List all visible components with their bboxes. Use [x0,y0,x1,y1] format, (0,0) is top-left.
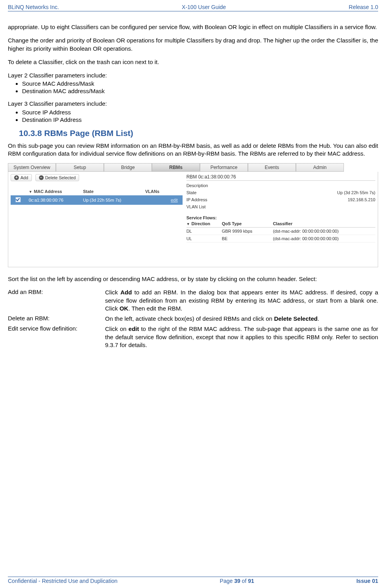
def-term: Delete an RBM: [8,315,105,323]
kv-value: Up (3d 22h 55m 7s) [337,190,375,195]
cell-state: Up (3d 22h 55m 7s) [81,198,144,202]
embedded-screenshot: System Overview Setup Bridge RBMs Perfor… [8,163,378,267]
kv-key: State [187,190,197,195]
sort-desc-icon: ▼ [29,190,32,194]
def-body: Click on edit to the right of the RBM MA… [105,325,378,349]
header-left: BLiNQ Networks Inc. [8,4,59,10]
page-header: BLiNQ Networks Inc. X-100 User Guide Rel… [8,4,378,11]
column-headers: ▼MAC Address State VLANs [11,189,183,194]
list-item: Destination IP Address [22,116,378,123]
body-paragraph: To delete a Classifier, click on the tra… [8,58,378,66]
list-item: Destination MAC address/Mask [22,88,378,94]
edit-link[interactable]: edit [171,198,178,202]
add-button[interactable]: + Add [11,174,32,181]
section-heading: 10.3.8 RBMs Page (RBM List) [19,129,378,138]
tab-rbms[interactable]: RBMs [152,163,200,172]
tab-events[interactable]: Events [248,163,296,172]
def-body: On the left, activate check box(es) of d… [105,315,378,323]
plus-icon: + [14,175,19,180]
sf-col-classifier[interactable]: Classifier [273,221,375,226]
header-right: Release 1.0 [349,4,378,10]
add-button-label: Add [20,175,28,180]
col-mac[interactable]: ▼MAC Address [27,189,81,194]
list-item: Source IP Address [22,109,378,116]
page-footer: Confidential - Restricted Use and Duplic… [8,577,378,584]
table-row: UL BE (dst-mac-addr: 00:00:00:00:00:00) [187,235,375,243]
def-term: Add an RBM: [8,288,105,312]
list-item: Source MAC Address/Mask [22,80,378,87]
def-term: Edit service flow definition: [8,325,105,349]
kv-value: 192.168.5.210 [348,197,375,202]
tab-admin[interactable]: Admin [296,163,344,172]
nav-tabs: System Overview Setup Bridge RBMs Perfor… [8,163,378,172]
sf-cell-qos: BE [222,236,273,241]
tab-performance[interactable]: Performance [200,163,248,172]
sf-cell-dir: DL [187,229,222,233]
header-center: X-100 User Guide [182,4,226,10]
table-row[interactable]: 0c:a1:38:00:00:76 Up (3d 22h 55m 7s) edi… [11,195,183,205]
body-paragraph: appropriate. Up to eight Classifiers can… [8,23,378,31]
sf-col-qos[interactable]: QoS Type [222,221,273,226]
table-row: DL GBR 9999 kbps (dst-mac-addr: 00:00:00… [187,228,375,235]
sf-cell-dir: UL [187,236,222,241]
row-checkbox[interactable] [15,197,21,202]
footer-center: Page 39 of 91 [220,578,254,584]
tab-bridge[interactable]: Bridge [104,163,152,172]
minus-icon: − [39,175,44,180]
body-paragraph: Change the order and priority of Boolean… [8,37,378,53]
list-intro: Layer 3 Classifier parameters include: [8,100,378,108]
bullet-list: Source MAC Address/Mask Destination MAC … [22,80,378,94]
sort-desc-icon: ▼ [187,222,190,226]
sf-col-direction[interactable]: ▼Direction [187,221,222,226]
sf-cell-cls: (dst-mac-addr: 00:00:00:00:00:00) [273,236,375,241]
footer-right: Issue 01 [356,578,378,584]
service-flows-table: ▼Direction QoS Type Classifier DL GBR 99… [187,220,375,243]
kv-key: IP Address [187,197,207,202]
sf-cell-cls: (dst-mac-addr: 00:00:00:00:00:00) [273,229,375,233]
service-flows-heading: Service Flows: [187,215,375,220]
delete-selected-button[interactable]: − Delete Selected [35,174,79,181]
bullet-list: Source IP Address Destination IP Address [22,109,378,123]
col-vlans[interactable]: VLANs [144,189,183,194]
detail-panel-title: RBM 0c:a1:38:00:00:76 [187,174,375,181]
tab-setup[interactable]: Setup [56,163,104,172]
body-paragraph: Sort the list on the left by ascending o… [8,275,378,283]
kv-key: VLAN List [187,204,206,209]
sf-cell-qos: GBR 9999 kbps [222,229,273,233]
col-state[interactable]: State [81,189,144,194]
def-body: Click Add to add an RBM. In the dialog b… [105,288,378,312]
delete-selected-label: Delete Selected [45,175,76,180]
list-intro: Layer 2 Classifier parameters include: [8,72,378,79]
kv-key: Description [187,183,208,188]
tab-system-overview[interactable]: System Overview [8,163,56,172]
body-paragraph: On this sub-page you can review RBM info… [8,142,378,158]
cell-mac: 0c:a1:38:00:00:76 [27,198,81,202]
definition-list: Add an RBM: Click Add to add an RBM. In … [8,288,378,349]
footer-left: Confidential - Restricted Use and Duplic… [8,578,118,584]
